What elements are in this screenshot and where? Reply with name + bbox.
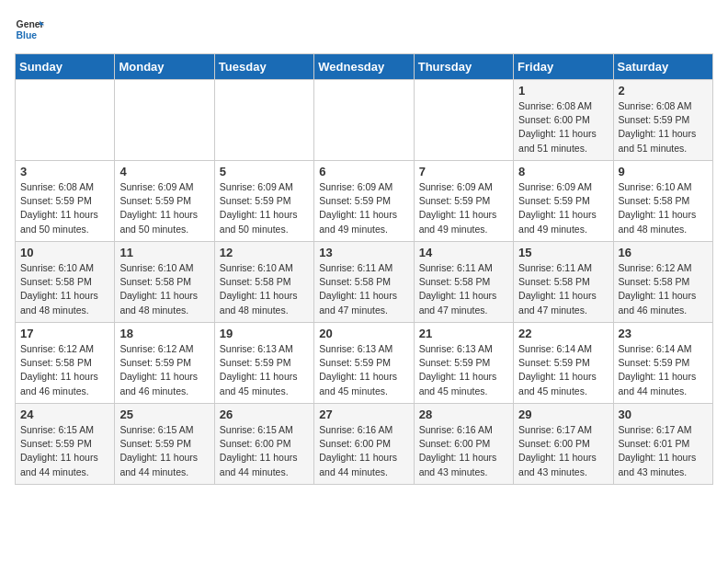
sunrise-label: Sunrise: 6:09 AM [220, 181, 293, 192]
day-number: 11 [119, 246, 209, 259]
sunrise-label: Sunrise: 6:15 AM [220, 424, 293, 435]
sunset-label: Sunset: 5:59 PM [619, 114, 690, 125]
day-number: 10 [20, 246, 109, 259]
sunrise-label: Sunrise: 6:10 AM [20, 262, 94, 273]
sunrise-label: Sunrise: 6:13 AM [220, 343, 293, 354]
day-info: Sunrise: 6:13 AMSunset: 5:59 PMDaylight:… [319, 342, 408, 398]
day-info: Sunrise: 6:10 AMSunset: 5:58 PMDaylight:… [20, 261, 109, 317]
calendar-cell: 6Sunrise: 6:09 AMSunset: 5:59 PMDaylight… [314, 161, 414, 242]
day-info: Sunrise: 6:08 AMSunset: 5:59 PMDaylight:… [619, 99, 708, 155]
day-number: 26 [220, 408, 309, 421]
col-header-sunday: Sunday [16, 54, 115, 80]
day-info: Sunrise: 6:13 AMSunset: 5:59 PMDaylight:… [419, 342, 508, 398]
sunrise-label: Sunrise: 6:09 AM [419, 181, 493, 192]
day-info: Sunrise: 6:08 AMSunset: 6:00 PMDaylight:… [518, 99, 608, 155]
day-info: Sunrise: 6:15 AMSunset: 6:00 PMDaylight:… [220, 423, 309, 479]
sunset-label: Sunset: 5:58 PM [20, 276, 92, 287]
calendar-cell: 29Sunrise: 6:17 AMSunset: 6:00 PMDayligh… [514, 404, 613, 485]
sunrise-label: Sunrise: 6:16 AM [419, 424, 493, 435]
sunset-label: Sunset: 5:59 PM [319, 195, 391, 206]
sunset-label: Sunset: 5:59 PM [20, 195, 92, 206]
col-header-saturday: Saturday [613, 54, 712, 80]
day-number: 24 [20, 408, 109, 421]
sunrise-label: Sunrise: 6:10 AM [220, 262, 293, 273]
sunset-label: Sunset: 5:59 PM [20, 438, 92, 449]
daylight-label: Daylight: 11 hours and 45 minutes. [518, 371, 597, 396]
calendar-cell: 7Sunrise: 6:09 AMSunset: 5:59 PMDaylight… [414, 161, 513, 242]
sunrise-label: Sunrise: 6:08 AM [619, 100, 692, 111]
logo: General Blue [15, 15, 44, 44]
sunset-label: Sunset: 5:59 PM [220, 195, 291, 206]
day-number: 3 [20, 165, 109, 178]
daylight-label: Daylight: 11 hours and 46 minutes. [20, 371, 98, 396]
day-info: Sunrise: 6:15 AMSunset: 5:59 PMDaylight:… [20, 423, 109, 479]
sunrise-label: Sunrise: 6:09 AM [119, 181, 193, 192]
day-number: 15 [518, 246, 608, 259]
day-number: 5 [220, 165, 309, 178]
daylight-label: Daylight: 11 hours and 47 minutes. [518, 290, 597, 315]
daylight-label: Daylight: 11 hours and 47 minutes. [419, 290, 497, 315]
day-info: Sunrise: 6:11 AMSunset: 5:58 PMDaylight:… [319, 261, 408, 317]
daylight-label: Daylight: 11 hours and 43 minutes. [518, 452, 597, 477]
calendar-week-row: 10Sunrise: 6:10 AMSunset: 5:58 PMDayligh… [16, 242, 713, 323]
day-number: 4 [119, 165, 209, 178]
daylight-label: Daylight: 11 hours and 45 minutes. [419, 371, 497, 396]
daylight-label: Daylight: 11 hours and 50 minutes. [119, 209, 198, 234]
daylight-label: Daylight: 11 hours and 44 minutes. [319, 452, 397, 477]
calendar-cell [414, 80, 513, 161]
day-info: Sunrise: 6:12 AMSunset: 5:58 PMDaylight:… [619, 261, 708, 317]
daylight-label: Daylight: 11 hours and 49 minutes. [518, 209, 597, 234]
sunset-label: Sunset: 5:59 PM [119, 438, 191, 449]
sunset-label: Sunset: 5:58 PM [319, 276, 391, 287]
calendar-cell: 20Sunrise: 6:13 AMSunset: 5:59 PMDayligh… [314, 323, 414, 404]
daylight-label: Daylight: 11 hours and 48 minutes. [220, 290, 298, 315]
daylight-label: Daylight: 11 hours and 44 minutes. [20, 452, 98, 477]
day-number: 7 [419, 165, 508, 178]
day-info: Sunrise: 6:14 AMSunset: 5:59 PMDaylight:… [619, 342, 708, 398]
daylight-label: Daylight: 11 hours and 49 minutes. [319, 209, 397, 234]
sunset-label: Sunset: 5:58 PM [619, 195, 690, 206]
sunset-label: Sunset: 6:00 PM [518, 114, 590, 125]
day-number: 27 [319, 408, 408, 421]
day-number: 25 [119, 408, 209, 421]
calendar-cell [314, 80, 414, 161]
calendar-cell: 27Sunrise: 6:16 AMSunset: 6:00 PMDayligh… [314, 404, 414, 485]
day-number: 18 [119, 327, 209, 340]
day-info: Sunrise: 6:11 AMSunset: 5:58 PMDaylight:… [419, 261, 508, 317]
day-number: 2 [619, 84, 708, 98]
day-info: Sunrise: 6:09 AMSunset: 5:59 PMDaylight:… [319, 180, 408, 236]
sunrise-label: Sunrise: 6:16 AM [319, 424, 392, 435]
daylight-label: Daylight: 11 hours and 49 minutes. [419, 209, 497, 234]
day-number: 30 [619, 408, 708, 421]
daylight-label: Daylight: 11 hours and 51 minutes. [619, 128, 697, 153]
day-info: Sunrise: 6:09 AMSunset: 5:59 PMDaylight:… [220, 180, 309, 236]
sunset-label: Sunset: 6:00 PM [518, 438, 590, 449]
sunrise-label: Sunrise: 6:11 AM [319, 262, 392, 273]
day-info: Sunrise: 6:16 AMSunset: 6:00 PMDaylight:… [419, 423, 508, 479]
calendar-cell: 25Sunrise: 6:15 AMSunset: 5:59 PMDayligh… [115, 404, 214, 485]
sunrise-label: Sunrise: 6:14 AM [619, 343, 692, 354]
sunset-label: Sunset: 5:58 PM [419, 276, 491, 287]
sunrise-label: Sunrise: 6:11 AM [518, 262, 592, 273]
calendar-table: SundayMondayTuesdayWednesdayThursdayFrid… [15, 53, 713, 485]
calendar-cell: 24Sunrise: 6:15 AMSunset: 5:59 PMDayligh… [16, 404, 115, 485]
day-info: Sunrise: 6:10 AMSunset: 5:58 PMDaylight:… [220, 261, 309, 317]
sunset-label: Sunset: 5:59 PM [619, 357, 690, 368]
day-info: Sunrise: 6:13 AMSunset: 5:59 PMDaylight:… [220, 342, 309, 398]
day-number: 22 [518, 327, 608, 340]
daylight-label: Daylight: 11 hours and 48 minutes. [619, 209, 697, 234]
day-info: Sunrise: 6:14 AMSunset: 5:59 PMDaylight:… [518, 342, 608, 398]
daylight-label: Daylight: 11 hours and 51 minutes. [518, 128, 597, 153]
sunset-label: Sunset: 5:58 PM [119, 276, 191, 287]
day-info: Sunrise: 6:10 AMSunset: 5:58 PMDaylight:… [119, 261, 209, 317]
day-number: 16 [619, 246, 708, 259]
col-header-thursday: Thursday [414, 54, 513, 80]
day-info: Sunrise: 6:15 AMSunset: 5:59 PMDaylight:… [119, 423, 209, 479]
sunrise-label: Sunrise: 6:15 AM [20, 424, 94, 435]
sunrise-label: Sunrise: 6:12 AM [119, 343, 193, 354]
sunset-label: Sunset: 5:59 PM [419, 195, 491, 206]
calendar-cell: 19Sunrise: 6:13 AMSunset: 5:59 PMDayligh… [214, 323, 313, 404]
daylight-label: Daylight: 11 hours and 45 minutes. [220, 371, 298, 396]
day-number: 6 [319, 165, 408, 178]
calendar-cell: 22Sunrise: 6:14 AMSunset: 5:59 PMDayligh… [514, 323, 613, 404]
